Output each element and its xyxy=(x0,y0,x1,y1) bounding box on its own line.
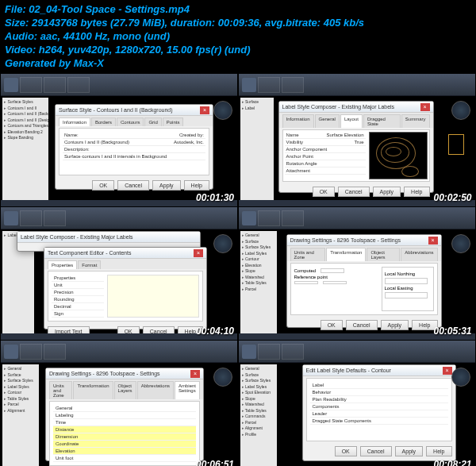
toolspace-tree: General Surface Surface Styles Label Sty… xyxy=(240,364,277,466)
dialog-buttons: OK Cancel Apply Help xyxy=(56,177,213,194)
generated-line: Generated by Max-X xyxy=(5,57,471,71)
cancel-button[interactable]: Cancel xyxy=(117,180,149,191)
prop: Attachment xyxy=(285,168,366,175)
apply-button[interactable]: Apply xyxy=(152,180,181,191)
dialog-tabs: Units and Zone Transformation Object Lay… xyxy=(287,246,441,261)
thumbnail-1: Surface Styles Contours I and II Contour… xyxy=(1,74,237,206)
close-icon[interactable]: × xyxy=(428,237,438,245)
thumbnail-grid: Surface Styles Contours I and II Contour… xyxy=(0,73,476,466)
app-ribbon xyxy=(1,207,237,229)
dialog-buttons: OK Cancel Apply Help xyxy=(279,183,433,200)
text-editor-dialog: Text Component Editor - Contents × Prope… xyxy=(44,247,207,329)
ok-button[interactable]: OK xyxy=(321,320,343,330)
ribbon-tab xyxy=(20,344,42,360)
tab-layers[interactable]: Object Layers xyxy=(114,381,136,399)
tab-borders[interactable]: Borders xyxy=(91,117,116,126)
preview-pane xyxy=(369,132,428,179)
tab-ambient[interactable]: Ambient Settings xyxy=(175,381,200,399)
close-icon[interactable]: × xyxy=(194,249,203,257)
ok-button[interactable]: OK xyxy=(313,187,335,197)
prop-highlighted: Dimension xyxy=(53,433,196,441)
thumbnail-4: General Surface Surface Styles Label Sty… xyxy=(239,207,475,340)
local-coords-box: Local Northing Local Easting xyxy=(382,267,434,311)
close-icon[interactable]: × xyxy=(190,370,200,378)
ribbon-tab xyxy=(282,210,304,226)
tab-units[interactable]: Units and Zone xyxy=(49,381,72,399)
ribbon-tab xyxy=(20,210,42,226)
dialog-titlebar: Label Style Composer - Existing Major La… xyxy=(279,102,433,113)
input[interactable] xyxy=(385,278,428,284)
prop-highlighted: Coordinate xyxy=(53,441,196,448)
tab-contours[interactable]: Contours xyxy=(117,117,144,126)
dialog-tabs: Information General Layout Dragged State… xyxy=(279,113,433,128)
tab-format[interactable]: Format xyxy=(78,260,101,269)
tab-units[interactable]: Units and Zone xyxy=(290,248,326,261)
tab-properties[interactable]: Properties xyxy=(48,260,77,269)
dialog-titlebar: Drawing Settings - 8296 Toolspace - Sett… xyxy=(287,235,441,246)
tab-layout[interactable]: Layout xyxy=(340,114,363,128)
tab-dragged[interactable]: Dragged State xyxy=(363,114,401,128)
field: Reference point xyxy=(294,275,347,279)
dialog-body: Computed Reference point Local Northing … xyxy=(290,263,438,315)
tab-abbrev[interactable]: Abbreviations xyxy=(137,381,174,399)
cancel-button[interactable]: Cancel xyxy=(338,187,370,197)
video-line: Video: h264, yuv420p, 1280x720, 15.00 fp… xyxy=(5,44,471,57)
timestamp: 00:06:51 xyxy=(196,459,234,466)
prop: Rotation Angle xyxy=(285,160,366,168)
prop-desc-val: Surface contours I and II intervals in B… xyxy=(63,153,205,160)
dialog-body: Properties Unit Precision Rounding Decim… xyxy=(48,271,203,322)
help-button[interactable]: Help xyxy=(426,446,451,456)
field: Computed xyxy=(294,268,347,273)
selection-box xyxy=(448,134,464,155)
toolspace-tree: Surface Label xyxy=(240,98,274,201)
viewcube xyxy=(451,101,470,120)
toolspace-tree: Surface Styles Contours I and II Contour… xyxy=(2,98,48,201)
tab-information[interactable]: Information xyxy=(59,117,90,126)
tab-info[interactable]: Information xyxy=(282,114,314,128)
ribbon-tab xyxy=(44,77,66,93)
tab-summary[interactable]: Summary xyxy=(401,114,430,128)
help-button[interactable]: Help xyxy=(184,180,209,191)
dialog-buttons: OK Cancel Apply Help xyxy=(287,317,441,333)
prop: VisibilityTrue xyxy=(285,139,366,146)
tab-transformation[interactable]: Transformation xyxy=(326,248,366,261)
dialog-tabs: Information Borders Contours Grid Points xyxy=(56,116,213,126)
apply-button[interactable]: Apply xyxy=(395,446,424,456)
dialog-titlebar: Surface Style - Contours I and II (Backg… xyxy=(56,105,213,116)
ok-button[interactable]: OK xyxy=(92,180,114,191)
ok-button[interactable]: OK xyxy=(335,446,357,456)
prop: Unit foot xyxy=(53,455,196,462)
metadata-header: File: 02_04-Tool Space - Settings.mp4 Si… xyxy=(0,0,476,73)
input[interactable] xyxy=(385,292,428,298)
ribbon-tab xyxy=(67,77,90,93)
toolspace-tree: General Surface Surface Styles Label Sty… xyxy=(2,364,39,466)
ribbon-tab xyxy=(20,77,42,93)
tab-abbrev[interactable]: Abbreviations xyxy=(401,248,437,261)
cancel-button[interactable]: Cancel xyxy=(346,320,378,330)
thumbnail-2: Surface Label Label Style Composer - Exi… xyxy=(239,74,475,206)
dialog-title-text: Label Style Composer - Existing Major La… xyxy=(282,104,395,110)
tab-transformation[interactable]: Transformation xyxy=(73,381,113,399)
prop: Leader xyxy=(310,410,448,418)
dialog-titlebar: Text Component Editor - Contents × xyxy=(44,248,206,259)
field xyxy=(294,281,347,284)
tab-layers[interactable]: Object Layers xyxy=(367,248,400,261)
tab-points[interactable]: Points xyxy=(163,117,184,126)
dialog-buttons: OK Cancel Apply Help xyxy=(303,443,455,460)
apply-button[interactable]: Apply xyxy=(373,187,401,197)
cancel-button[interactable]: Cancel xyxy=(360,446,392,456)
tab-general[interactable]: General xyxy=(315,114,340,128)
close-icon[interactable]: × xyxy=(443,367,452,375)
surface-style-dialog: Surface Style - Contours I and II (Backg… xyxy=(55,104,213,190)
close-icon[interactable]: × xyxy=(420,103,430,111)
text-editor-area[interactable] xyxy=(107,275,199,318)
prop: Behavior xyxy=(310,389,448,396)
timestamp: 00:02:50 xyxy=(433,192,471,203)
close-icon[interactable]: × xyxy=(200,106,209,114)
prop: Plan Readability xyxy=(310,396,448,403)
help-button[interactable]: Help xyxy=(404,187,429,197)
app-icon xyxy=(242,211,256,225)
thumbnail-6: General Surface Surface Styles Label Sty… xyxy=(239,341,475,466)
tab-grid[interactable]: Grid xyxy=(144,117,161,126)
apply-button[interactable]: Apply xyxy=(381,320,409,330)
